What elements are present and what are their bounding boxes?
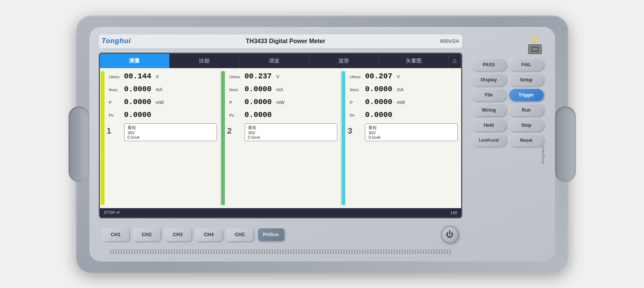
- brand-logo: Tonghui: [102, 37, 131, 45]
- ch1-p-row: P 0.0000 mW: [107, 96, 219, 108]
- screen: 测量 比较 谐波 波形 矢量图 ⌂ 1 URMS: [99, 53, 462, 218]
- chsigma-button[interactable]: CHΣ: [227, 228, 253, 241]
- ch3-p-label: P: [350, 100, 365, 105]
- power-button[interactable]: ⏻: [441, 226, 458, 243]
- usb-icon: ⚡: [530, 34, 540, 44]
- ch2-urms-label: URMS: [229, 75, 245, 79]
- ch1-urms-row: URMS 00.144 V: [107, 70, 219, 83]
- screen-content: 1 URMS 00.144 V IRMS 0.0000 mA: [100, 68, 461, 208]
- ch3-irms-label: IRMS: [350, 87, 365, 92]
- ch1-irms-row: IRMS 0.0000 mA: [107, 83, 219, 95]
- file-button[interactable]: File: [472, 89, 506, 101]
- ch3-p-unit: mW: [397, 100, 405, 105]
- tab-harmonic[interactable]: 谐波: [239, 54, 309, 68]
- stop-button[interactable]: Stop: [509, 119, 544, 131]
- setup-button[interactable]: Setup: [509, 74, 544, 86]
- status-right: 148: [450, 210, 457, 215]
- device-body: Tonghui TH3433 Digital Power Meter 600V/…: [76, 16, 568, 273]
- tab-vector[interactable]: 矢量图: [379, 54, 449, 68]
- tab-home[interactable]: ⌂: [449, 54, 461, 68]
- ch2-urms-value: 00.237: [245, 72, 275, 81]
- reset-button[interactable]: Reset: [509, 134, 544, 146]
- device-model: TH3433 Digital Power Meter: [246, 38, 325, 45]
- ch3-data: 3 URMS 00.207 V IRMS 0.0000 mA: [348, 70, 460, 207]
- ch1-urms-unit: V: [156, 74, 159, 79]
- ch3-p-value: 0.0000: [365, 98, 395, 107]
- ch2-indicator: [221, 71, 225, 205]
- prtscn-button[interactable]: PrtScn: [258, 228, 284, 241]
- ch1-irms-value: 0.0000: [124, 85, 154, 94]
- ch3-pf-value: 0.0000: [365, 111, 395, 120]
- ch1-urms-label: URMS: [109, 75, 124, 79]
- ch1-button[interactable]: CH1: [103, 228, 129, 241]
- ch2-pf-row: PF 0.0000: [227, 109, 340, 121]
- bottom-vents: [110, 249, 451, 254]
- ch3-irms-unit: mA: [397, 87, 404, 92]
- ch1-pf-row: PF 0.0000: [107, 109, 219, 121]
- ch3-button[interactable]: CH3: [165, 228, 191, 241]
- ch1-p-unit: mW: [156, 100, 164, 105]
- ch2-urms-row: URMS 00.237 V: [227, 70, 340, 83]
- screen-section: Tonghui TH3433 Digital Power Meter 600V/…: [99, 34, 462, 254]
- ch1-number: 1: [107, 126, 111, 136]
- ch2-number: 2: [227, 126, 232, 136]
- pass-button[interactable]: PASS: [472, 59, 506, 71]
- ch3-urms-row: URMS 00.207 V: [348, 70, 460, 83]
- integrator-label: Integrator: [541, 146, 545, 164]
- run-button[interactable]: Run: [509, 104, 544, 116]
- ch1-irms-unit: mA: [156, 87, 163, 92]
- ch3-pf-label: PF: [350, 113, 365, 118]
- ch3-urms-unit: V: [397, 74, 400, 79]
- ch2-range-box: 量程 30V 0.5mA: [245, 123, 337, 141]
- device-inner: Tonghui TH3433 Digital Power Meter 600V/…: [89, 27, 555, 262]
- ch2-pf-value: 0.0000: [245, 111, 275, 120]
- device-spec: 600V/2A: [440, 38, 459, 44]
- ch2-button[interactable]: CH2: [134, 228, 160, 241]
- usb-port[interactable]: [528, 44, 542, 54]
- ch2-irms-label: IRMS: [229, 87, 245, 92]
- ch1-irms-label: IRMS: [109, 87, 124, 92]
- ch2-urms-unit: V: [276, 74, 279, 79]
- ch2-irms-unit: mA: [276, 87, 283, 92]
- ch2-p-unit: mW: [276, 100, 284, 105]
- ch1-urms-value: 00.144: [124, 72, 154, 81]
- hold-button[interactable]: Hold: [472, 119, 506, 131]
- ch3-pf-row: PF 0.0000: [348, 109, 460, 121]
- channel-3-col: 3 URMS 00.207 V IRMS 0.0000 mA: [341, 68, 461, 208]
- ch3-p-row: P 0.0000 mW: [348, 96, 460, 108]
- integrator-area: Integrator: [470, 146, 546, 164]
- controls-grid: PASS FAIL Display Setup File Trigger Wir…: [470, 59, 546, 146]
- ch2-pf-label: PF: [229, 113, 245, 118]
- ch4-button[interactable]: CH4: [196, 228, 222, 241]
- ch1-pf-value: 0.0000: [124, 111, 154, 120]
- ch3-irms-row: IRMS 0.0000 mA: [348, 83, 460, 95]
- lock-local-button[interactable]: Lock/Local: [472, 134, 506, 146]
- handle-left: [69, 106, 89, 182]
- trigger-button[interactable]: Trigger: [509, 89, 544, 101]
- wiring-button[interactable]: Wiring: [472, 104, 506, 116]
- ch2-p-row: P 0.0000 mW: [227, 96, 340, 108]
- tab-measure[interactable]: 测量: [100, 54, 170, 68]
- channel-buttons-group: CH1 CH2 CH3 CH4 CHΣ PrtScn: [103, 228, 284, 241]
- tab-waveform[interactable]: 波形: [309, 54, 379, 68]
- bottom-buttons: CH1 CH2 CH3 CH4 CHΣ PrtScn ⏻: [99, 226, 462, 243]
- display-button[interactable]: Display: [472, 74, 506, 86]
- ch3-indicator: [341, 71, 345, 205]
- ch2-p-label: P: [229, 100, 245, 105]
- controls-section: ⚡ PASS FAIL Display Setup File Trigger W…: [470, 34, 546, 254]
- tab-compare[interactable]: 比较: [170, 54, 239, 68]
- ch3-number: 3: [348, 126, 352, 136]
- screen-tabs: 测量 比较 谐波 波形 矢量图 ⌂: [100, 54, 461, 68]
- ch1-pf-label: PF: [109, 113, 124, 118]
- device-header: Tonghui TH3433 Digital Power Meter 600V/…: [99, 34, 462, 48]
- channel-1-col: 1 URMS 00.144 V IRMS 0.0000 mA: [100, 68, 220, 208]
- ch1-p-label: P: [109, 100, 124, 105]
- usb-area: ⚡: [470, 34, 546, 54]
- ch1-range-box: 量程 30V 0.5mA: [124, 123, 217, 141]
- ch3-urms-label: URMS: [350, 75, 365, 79]
- ch2-irms-row: IRMS 0.0000 mA: [227, 83, 340, 95]
- ch2-p-value: 0.0000: [245, 98, 275, 107]
- ch1-p-value: 0.0000: [124, 98, 154, 107]
- fail-button[interactable]: FAIL: [509, 59, 544, 71]
- channel-2-col: 2 URMS 00.237 V IRMS 0.0000 mA: [220, 68, 341, 208]
